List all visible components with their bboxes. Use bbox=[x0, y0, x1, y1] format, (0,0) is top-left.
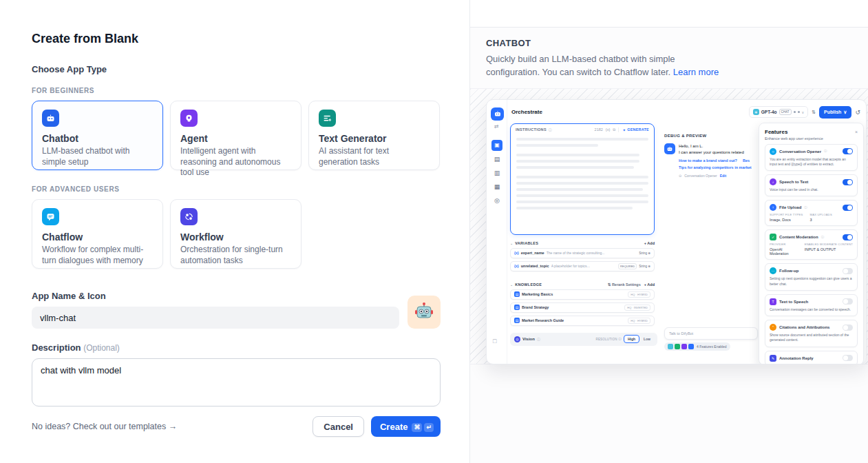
chat-message: Hello, I am L. I can answer your questio… bbox=[679, 143, 758, 178]
vision-row: ◎ Vision ⓘ RESOLUTION ⓘ HighLow bbox=[510, 333, 657, 346]
feature-kv-key: PROVIDER bbox=[770, 243, 798, 246]
app-name-row: App Name & Icon bbox=[32, 291, 441, 329]
citations-and-attributions-icon: ” bbox=[770, 324, 776, 331]
feature-toggle bbox=[843, 325, 853, 331]
text-to-speech-icon: T bbox=[770, 298, 776, 305]
app-type-name: Workflow bbox=[180, 232, 291, 243]
mini-sidebar-nav: ▣▤▥▦◎ bbox=[491, 140, 502, 206]
toggle-knob bbox=[847, 180, 852, 185]
text-generator-icon bbox=[319, 110, 336, 127]
app-name-input[interactable] bbox=[32, 307, 399, 329]
templates-link[interactable]: No ideas? Check out our templates → bbox=[32, 422, 177, 431]
description-textarea[interactable]: chat with vllm model bbox=[32, 358, 441, 407]
app-type-card-agent[interactable]: AgentIntelligent agent with reasoning an… bbox=[170, 101, 301, 170]
feature-card: ✓Content ModerationⓘPROVIDEROpenAI Moder… bbox=[765, 229, 858, 260]
mini-app-robot-icon bbox=[491, 107, 504, 121]
skeleton-line bbox=[516, 160, 639, 163]
model-name: GPT-4o bbox=[761, 110, 777, 114]
collapse-icon: ⌄ bbox=[510, 282, 513, 287]
feature-card: ♪Speech to TextVoice input can be used i… bbox=[765, 174, 858, 196]
knowledge-section: ⌄ KNOWLEDGE ⇅ Rerank Settings + Add ▤Mar… bbox=[510, 282, 655, 326]
app-type-card-chatflow[interactable]: ChatflowWorkflow for complex multi-turn … bbox=[32, 199, 163, 269]
app-name-col: App Name & Icon bbox=[32, 291, 399, 329]
app-type-cards-row: ChatflowWorkflow for complex multi-turn … bbox=[32, 199, 441, 269]
feature-description: Conversation messages can be converted t… bbox=[770, 307, 853, 312]
info-icon: ⓘ bbox=[549, 127, 552, 132]
variables-section: ⌄ VARIABLES + Add {x}expert_nameThe name… bbox=[510, 241, 655, 271]
feature-card: ☺Conversation OpenerⓘYou are an entity e… bbox=[765, 144, 858, 172]
feature-card-header: ⋯Follow-up bbox=[770, 267, 853, 274]
app-type-card-workflow[interactable]: WorkflowOrchestration for single-turn au… bbox=[170, 199, 301, 269]
greeting-line-1: Hello, I am L. bbox=[679, 143, 758, 150]
variable-braces-icon: {x} bbox=[514, 264, 519, 268]
skeleton-line bbox=[516, 188, 643, 191]
model-selector: ∗ GPT-4o CHAT ∨ bbox=[749, 106, 808, 118]
skeleton-line bbox=[516, 154, 639, 156]
rerank-settings-button: ⇅ Rerank Settings bbox=[608, 282, 641, 287]
skeleton-line bbox=[516, 144, 598, 147]
dataset-tag: HQ · INVERTED bbox=[624, 305, 650, 311]
feature-name: Text to Speech bbox=[779, 300, 808, 304]
toggle-knob bbox=[843, 299, 848, 304]
info-icon: ⓘ bbox=[821, 236, 825, 239]
cancel-button[interactable]: Cancel bbox=[313, 416, 364, 437]
app-icon-picker-button[interactable] bbox=[407, 296, 441, 329]
feature-card: ⋯Follow-upSetting up next questions sugg… bbox=[765, 263, 858, 291]
dataset-tag: HQ · HYBRID bbox=[628, 318, 650, 324]
description-optional-label: (Optional) bbox=[83, 343, 120, 353]
skeleton-line bbox=[516, 166, 634, 169]
feature-toggle bbox=[843, 179, 853, 185]
create-button[interactable]: Create ⌘↵ bbox=[371, 416, 441, 437]
instructions-header: INSTRUCTIONS ⓘ 2182 {x} ⧉ ✦ GENERATE bbox=[511, 124, 654, 134]
info-icon: ⓘ bbox=[537, 337, 540, 341]
skeleton-line bbox=[516, 138, 648, 141]
conversation-opener-icon: ☺ bbox=[770, 148, 776, 155]
feature-name: Follow-up bbox=[779, 269, 798, 273]
feature-kv-key: MAX UPLOADS bbox=[810, 213, 832, 216]
app-type-group-label: FOR ADVANCED USERS bbox=[32, 185, 441, 193]
feature-name: Conversation Opener bbox=[779, 150, 821, 154]
dataset-name: Market Research Guide bbox=[522, 318, 626, 322]
learn-more-link[interactable]: Learn more bbox=[673, 67, 719, 77]
knowledge-row: ▤Marketing BasicsHQ · HYBRID bbox=[510, 289, 655, 300]
feature-card-header: ☺Conversation Openerⓘ bbox=[770, 148, 853, 155]
chatflow-icon bbox=[42, 208, 59, 225]
variable-type-chip: String ⊗ bbox=[639, 265, 650, 268]
skeleton-line bbox=[516, 194, 648, 197]
preview-header: CHATBOT Quickly build an LLM-based chatb… bbox=[470, 28, 868, 79]
sidebar-bottom-icon: □ bbox=[493, 338, 496, 344]
mini-page-title: Orchestrate bbox=[511, 109, 542, 115]
toggle-knob bbox=[847, 205, 852, 210]
knowledge-row: ▤Market Research GuideHQ · HYBRID bbox=[510, 316, 655, 326]
feature-name: Content Moderation bbox=[779, 235, 818, 239]
variable-row: {x}unrelated_topicA placeholder for topi… bbox=[510, 261, 655, 271]
conversation-opener-row: ⊙ Conversation Opener Edit bbox=[679, 174, 758, 178]
feature-kv-col: SUPPORT FILE TYPESImage, Docs bbox=[770, 213, 803, 222]
app-type-cards-row: ChatbotLLM-based chatbot with simple set… bbox=[32, 101, 441, 170]
model-mode-chip: CHAT bbox=[779, 109, 792, 115]
variable-braces-icon: {x} bbox=[514, 251, 519, 255]
app-type-name: Text Generator bbox=[319, 133, 430, 144]
feature-card: TText to SpeechConversation messages can… bbox=[765, 294, 858, 316]
sparkle-icon: ✦ bbox=[622, 127, 626, 132]
feature-kv-key: ENABLED MODERATE CONTENT bbox=[805, 243, 853, 246]
dataset-tag: HQ · HYBRID bbox=[628, 291, 650, 298]
toggle-knob bbox=[843, 325, 848, 330]
skeleton-line bbox=[516, 200, 648, 203]
variable-name: expert_name bbox=[521, 251, 544, 255]
feature-toggle bbox=[843, 298, 853, 305]
features-enabled-bar: 4 Features Enabled bbox=[664, 342, 730, 351]
skeleton-line bbox=[516, 176, 648, 178]
feature-kv-col: PROVIDEROpenAI Moderation bbox=[770, 243, 798, 256]
toggle-knob bbox=[847, 235, 852, 240]
app-type-card-chatbot[interactable]: ChatbotLLM-based chatbot with simple set… bbox=[32, 101, 163, 170]
feature-kv-col: MAX UPLOADS3 bbox=[810, 213, 832, 222]
mini-publish-button: Publish ∨ bbox=[819, 106, 851, 119]
greeting-line-2: I can answer your questions related bbox=[679, 150, 758, 156]
page-title: Create from Blank bbox=[32, 32, 441, 46]
app-type-card-text-generator[interactable]: Text GeneratorAI assistant for text gene… bbox=[308, 101, 440, 170]
add-variable-button: + Add bbox=[644, 241, 655, 245]
knowledge-header: ⌄ KNOWLEDGE ⇅ Rerank Settings + Add bbox=[510, 282, 655, 287]
skeleton-line bbox=[516, 182, 648, 185]
app-type-description: Orchestration for single-turn automation… bbox=[180, 245, 291, 266]
